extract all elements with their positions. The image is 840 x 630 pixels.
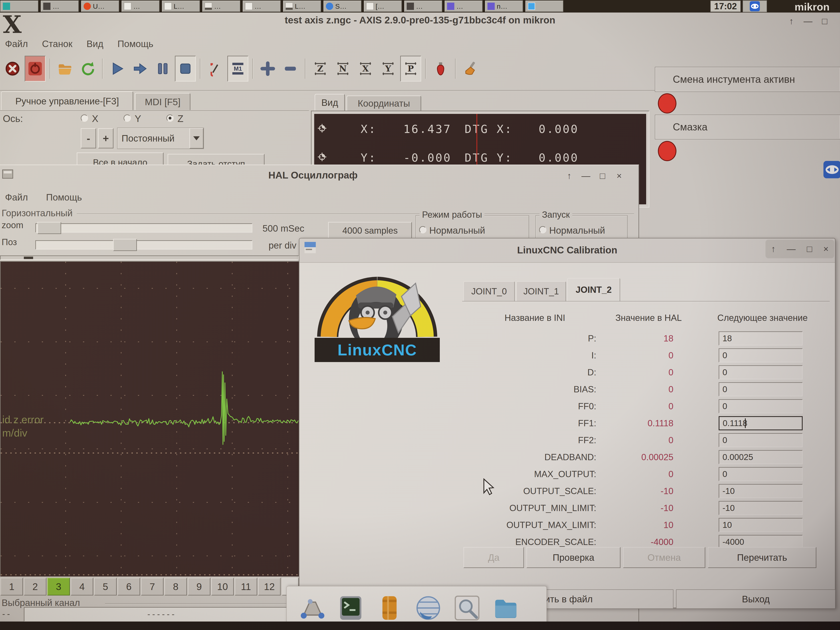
radio-axis-y[interactable]	[123, 114, 131, 122]
tab-joint_2[interactable]: JOINT_2	[567, 278, 620, 301]
param-next-value-input[interactable]	[718, 416, 803, 430]
dock-globe-icon[interactable]	[414, 594, 442, 622]
test-button[interactable]: Проверка	[526, 547, 621, 568]
menu-file[interactable]: Файл	[5, 38, 28, 49]
toolbar-minus-button[interactable]	[280, 56, 301, 82]
taskbar-app-button[interactable]: …	[41, 1, 79, 12]
zoom-slider-handle[interactable]	[37, 222, 61, 234]
jog-plus-button[interactable]: +	[98, 128, 114, 148]
toolbar-view-y-button[interactable]: Y	[377, 56, 399, 82]
scope-channel-2-button[interactable]: 2	[24, 578, 46, 595]
maximize-icon[interactable]: □	[817, 16, 832, 26]
menu-view[interactable]: Вид	[87, 38, 103, 49]
param-next-value-input[interactable]	[718, 332, 803, 346]
dock-search-icon[interactable]	[453, 594, 481, 622]
toolbar-stop-button[interactable]	[175, 56, 196, 82]
toolbar-open-button[interactable]	[55, 56, 76, 82]
taskbar-app-button[interactable]: U…	[81, 1, 119, 12]
param-next-value-input[interactable]	[718, 399, 803, 413]
toolbar-plus-button[interactable]	[257, 56, 278, 82]
param-next-value-input[interactable]	[718, 348, 803, 362]
minimize-icon[interactable]: —	[578, 171, 594, 181]
minimize-icon[interactable]: —	[787, 244, 796, 254]
scope-channel-10-button[interactable]: 10	[211, 578, 234, 595]
param-next-value-input[interactable]	[718, 467, 803, 481]
tab-dro[interactable]: Координаты	[346, 96, 421, 111]
scope-channel-8-button[interactable]: 8	[164, 578, 187, 595]
scope-channel-12-button[interactable]: 12	[258, 578, 281, 595]
dock-terminal-icon[interactable]	[336, 594, 365, 622]
param-next-value-input[interactable]	[718, 484, 803, 498]
shade-icon[interactable]: ↑	[561, 171, 577, 181]
scope-channel-1-button[interactable]: 1	[0, 578, 23, 595]
chevron-down-icon[interactable]	[189, 128, 204, 148]
teamviewer-icon[interactable]	[823, 159, 840, 180]
taskbar-app-button[interactable]: …	[404, 1, 442, 12]
close-icon[interactable]: ×	[823, 244, 829, 254]
exit-button[interactable]: Выход	[676, 589, 835, 609]
minimize-icon[interactable]: —	[800, 16, 816, 26]
taskbar-app-button[interactable]: …	[122, 1, 159, 12]
toolbar-estop-button[interactable]	[2, 56, 23, 82]
toolbar-skip-button[interactable]	[205, 56, 226, 82]
run-mode-radio[interactable]	[419, 226, 426, 234]
scope-channel-9-button[interactable]: 9	[188, 578, 210, 595]
tab-mdi[interactable]: MDI [F5]	[135, 93, 190, 111]
tab-joint_0[interactable]: JOINT_0	[463, 281, 515, 301]
trigger-radio[interactable]	[539, 226, 546, 234]
scope-channel-5-button[interactable]: 5	[94, 578, 117, 595]
jog-minus-button[interactable]: -	[81, 128, 96, 148]
toolbar-view-n-button[interactable]: N	[332, 56, 354, 82]
toolbar-pause-button[interactable]	[152, 56, 173, 82]
toolbar-view-x-button[interactable]: X	[355, 56, 376, 82]
toolbar-run-button[interactable]	[107, 56, 128, 82]
param-next-value-input[interactable]	[718, 433, 803, 447]
scope-channel-11-button[interactable]: 11	[235, 578, 257, 595]
selected-channel-field[interactable]: ------	[24, 607, 298, 622]
param-next-value-input[interactable]	[718, 450, 803, 464]
jog-mode-dropdown[interactable]: Постоянный	[117, 128, 204, 149]
dock-folder-icon[interactable]	[492, 594, 520, 622]
toolbar-clean-button[interactable]	[460, 56, 481, 82]
tab-preview[interactable]: Вид	[314, 94, 345, 111]
taskbar-teamviewer-button[interactable]	[743, 0, 767, 12]
tab-manual-control[interactable]: Ручное управление-[F3]	[1, 91, 133, 111]
toolbar-view-p-button[interactable]: P	[400, 56, 421, 82]
horizontal-position-strip[interactable]	[0, 256, 299, 260]
scope-channel-4-button[interactable]: 4	[71, 578, 93, 595]
zoom-slider[interactable]	[35, 223, 253, 233]
radio-axis-z[interactable]	[166, 114, 174, 122]
toolbar-reload-button[interactable]	[77, 56, 98, 82]
taskbar-app-button[interactable]: L…	[283, 1, 321, 12]
scope-channel-6-button[interactable]: 6	[117, 578, 140, 595]
toolbar-view-z-button[interactable]: Z	[310, 56, 331, 82]
shade-icon[interactable]: ↑	[771, 244, 775, 254]
close-icon[interactable]: ×	[611, 171, 627, 181]
taskbar-app-button[interactable]: …	[445, 1, 483, 12]
tab-joint_1[interactable]: JOINT_1	[516, 281, 566, 301]
radio-axis-x[interactable]	[81, 114, 88, 122]
samples-button[interactable]: 4000 samples	[328, 222, 412, 239]
maximize-icon[interactable]: □	[595, 171, 610, 181]
menu-help[interactable]: Помощь	[46, 192, 82, 203]
taskbar-app-button[interactable]: S…	[324, 1, 362, 12]
menu-file[interactable]: Файл	[5, 192, 28, 203]
maximize-icon[interactable]: □	[807, 244, 812, 254]
param-next-value-input[interactable]	[718, 501, 803, 515]
dock-prism-icon[interactable]	[298, 594, 326, 622]
menu-machine[interactable]: Станок	[42, 38, 72, 49]
toolbar-spindle-button[interactable]	[430, 56, 451, 82]
toolbar-step-button[interactable]	[129, 56, 151, 82]
taskbar-app-button[interactable]: …	[202, 1, 240, 12]
param-next-value-input[interactable]	[718, 382, 803, 396]
scope-channel-3-button[interactable]: 3	[47, 578, 70, 595]
taskbar-app-button[interactable]	[0, 1, 38, 12]
menu-help[interactable]: Помощь	[117, 38, 153, 49]
taskbar-app-button[interactable]: …	[243, 1, 281, 12]
taskbar-app-button[interactable]: n…	[485, 1, 523, 12]
toolbar-m1-button[interactable]: M1	[227, 56, 248, 82]
refresh-button[interactable]: Перечитать	[708, 547, 816, 568]
taskbar-app-button[interactable]	[526, 1, 564, 12]
dock-package-icon[interactable]	[375, 594, 404, 622]
param-next-value-input[interactable]	[718, 518, 803, 532]
